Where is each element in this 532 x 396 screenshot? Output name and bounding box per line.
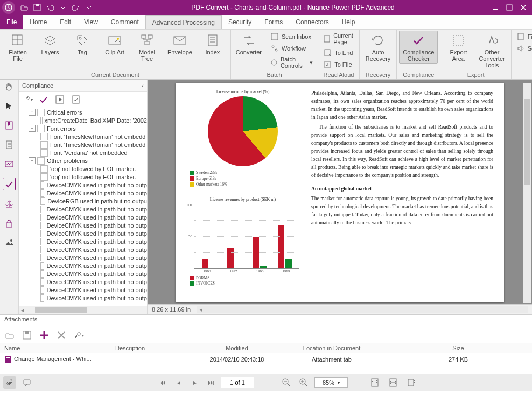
save-attachment-icon[interactable] <box>22 330 32 341</box>
wrench-icon[interactable]: ▾ <box>22 94 33 105</box>
read-to-file-button[interactable]: To File <box>320 59 357 70</box>
zoom-in-icon[interactable] <box>297 376 310 389</box>
tree-item[interactable]: DeviceCMYK used in path but no outp <box>19 213 147 221</box>
tab-edit[interactable]: Edit <box>53 15 78 29</box>
tree-item[interactable]: Font 'TimesNewRoman' not embedd <box>19 132 147 140</box>
attach-file-button[interactable]: File <box>514 31 532 43</box>
col-desc[interactable]: Description <box>111 343 195 353</box>
tree-item[interactable]: DeviceCMYK used in path but no outp <box>19 245 147 253</box>
flatten-file-button[interactable]: FlattenFile <box>2 31 33 64</box>
prev-page-icon[interactable]: ◂ <box>172 376 185 389</box>
fit-width-icon[interactable] <box>387 376 400 389</box>
tree-item[interactable]: DeviceRGB used in path but no outpu <box>19 197 147 205</box>
auto-recovery-button[interactable]: AutoRecovery <box>362 31 394 64</box>
tree-item[interactable]: DeviceCMYK used in path but no outp <box>19 261 147 270</box>
zoom-level[interactable]: 85%▾ <box>314 377 348 388</box>
envelope-button[interactable]: Envelope <box>164 31 196 58</box>
doc-vscroll[interactable] <box>523 83 531 303</box>
add-attachment-icon[interactable] <box>39 330 50 341</box>
next-page-icon[interactable]: ▸ <box>188 376 201 389</box>
tab-connectors[interactable]: Connectors <box>289 15 335 29</box>
redo-icon[interactable] <box>71 3 81 12</box>
pages-panel-icon[interactable] <box>3 139 15 151</box>
page-view[interactable]: License income by market (%) Sweden 23% … <box>176 83 504 302</box>
compliance-tree[interactable]: −Critical errors xmp:CreateDate' Bad XMP… <box>19 107 147 314</box>
tree-item[interactable]: DeviceCMYK used in path but no outp <box>19 278 147 286</box>
other-converter-button[interactable]: Other ConverterTools <box>475 31 508 70</box>
tree-item[interactable]: DeviceCMYK used in path but no outp <box>19 253 147 261</box>
tree-item[interactable]: DeviceCMYK used in path but no outp <box>19 221 147 229</box>
arrow-tool-icon[interactable] <box>3 100 15 112</box>
col-location[interactable]: Location in Document <box>279 343 384 353</box>
paperclip-icon[interactable] <box>3 376 16 389</box>
report-icon[interactable] <box>71 94 81 105</box>
export-area-button[interactable]: ExportArea <box>443 31 474 64</box>
col-name[interactable]: Name <box>0 343 111 353</box>
collapse-panel-icon[interactable]: ‹ <box>142 82 144 89</box>
check-icon[interactable] <box>38 94 49 105</box>
scan-inbox-button[interactable]: Scan Inbox <box>268 31 316 43</box>
batch-controls-button[interactable]: Batch Controls▾ <box>268 54 316 70</box>
col-size[interactable]: Size <box>384 343 532 353</box>
tree-item[interactable]: xmp:CreateDate' Bad XMP Date: '2002 <box>19 116 147 124</box>
tag-button[interactable]: Tag <box>67 31 98 58</box>
tree-hscroll[interactable]: ◂ <box>19 306 147 314</box>
tab-security[interactable]: Security <box>222 15 258 29</box>
balance-panel-icon[interactable] <box>3 198 15 210</box>
minimize-button[interactable] <box>492 4 499 11</box>
read-to-end-button[interactable]: To End <box>320 47 357 59</box>
open-attachment-icon[interactable] <box>4 330 15 341</box>
tab-home[interactable]: Home <box>23 15 53 29</box>
open-icon[interactable] <box>19 3 29 12</box>
tab-advanced-processing[interactable]: Advanced Processing <box>145 15 222 29</box>
last-page-icon[interactable]: ⏭ <box>205 376 218 389</box>
image-panel-icon[interactable] <box>3 237 15 249</box>
attachment-options-icon[interactable]: ▾ <box>73 330 84 341</box>
tree-item[interactable]: DeviceCMYK used in path but no outp <box>19 286 147 294</box>
doc-hscroll[interactable]: ◂ <box>197 306 528 313</box>
expand-icon[interactable]: − <box>29 125 36 132</box>
workflow-button[interactable]: Workflow <box>268 43 316 54</box>
attachment-row[interactable]: Change Management - Whi... 2014/02/10 20… <box>0 353 532 366</box>
expand-icon[interactable]: − <box>29 109 36 116</box>
tree-item[interactable]: Font 'TimesNewRoman' not embedd <box>19 140 147 148</box>
fit-page-icon[interactable] <box>368 376 381 389</box>
maximize-button[interactable] <box>506 4 513 11</box>
zoom-out-icon[interactable] <box>280 376 293 389</box>
compliance-panel-icon[interactable] <box>3 178 16 190</box>
col-modified[interactable]: Modified <box>195 343 279 353</box>
tree-item[interactable]: DeviceCMYK used in path but no outp <box>19 181 147 189</box>
delete-attachment-icon[interactable] <box>56 330 67 341</box>
layers-button[interactable]: Layers <box>34 31 66 58</box>
clipart-button[interactable]: Clip Art <box>99 31 130 58</box>
tree-item[interactable]: DeviceCMYK used in path but no outp <box>19 270 147 278</box>
hand-tool-icon[interactable] <box>3 81 15 93</box>
attach-sound-button[interactable]: Sound <box>514 43 532 54</box>
rotate-view-icon[interactable] <box>405 376 418 389</box>
first-page-icon[interactable]: ⏮ <box>156 376 169 389</box>
tab-file[interactable]: File <box>0 15 23 29</box>
tab-forms[interactable]: Forms <box>258 15 289 29</box>
tree-item[interactable]: DeviceCMYK used in path but no outp <box>19 205 147 213</box>
tree-item[interactable]: DeviceCMYK used in path but no outp <box>19 229 147 237</box>
play-icon[interactable] <box>54 94 65 105</box>
model-tree-button[interactable]: ModelTree <box>131 31 163 64</box>
tree-item[interactable]: Font 'Verdana' not embedded <box>19 148 147 157</box>
save-icon[interactable] <box>32 3 42 12</box>
tree-item[interactable]: DeviceCMYK used in path but no outp <box>19 237 147 245</box>
form-panel-icon[interactable] <box>3 158 15 170</box>
comment-mode-icon[interactable] <box>20 376 33 389</box>
tree-item[interactable]: DeviceCMYK used in path but no outp <box>19 189 147 197</box>
tree-item[interactable]: 'obj' not followed by EOL marker. <box>19 173 147 181</box>
expand-icon[interactable]: − <box>29 157 36 164</box>
read-current-page-button[interactable]: Current Page <box>320 31 357 47</box>
compliance-checker-button[interactable]: ComplianceChecker <box>399 31 438 64</box>
security-panel-icon[interactable] <box>3 217 15 229</box>
tab-view[interactable]: View <box>78 15 104 29</box>
page-input[interactable] <box>221 377 254 388</box>
qat-dropdown-icon[interactable] <box>58 3 68 12</box>
tree-item[interactable]: DeviceCMYK used in path but no outp <box>19 294 147 302</box>
tab-help[interactable]: Help <box>335 15 362 29</box>
tree-item[interactable]: 'obj' not followed by EOL marker. <box>19 165 147 173</box>
qat-dropdown2-icon[interactable] <box>84 3 94 12</box>
